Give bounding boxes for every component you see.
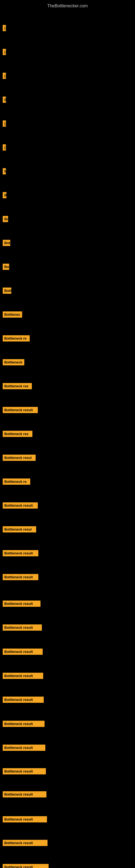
bar-row: Bottleneck <box>0 357 24 367</box>
bar-row: Bottleneck result <box>0 743 45 752</box>
bar-label: Bottleneck result <box>3 840 48 846</box>
bar-label: Bottleneck result <box>3 864 49 868</box>
bar-row: Bottleneck result <box>0 695 44 705</box>
bar-row: | <box>0 47 6 57</box>
bar-row: Bottleneck result <box>0 622 42 632</box>
bar-row: E <box>0 95 6 104</box>
bar-row: Bottleneck resul <box>0 453 36 463</box>
bar-label: Bottleneck result <box>3 816 47 823</box>
bar-row: Bottleneck result <box>0 766 46 776</box>
bar-label: Bottleneck result <box>3 649 43 655</box>
bar-row: | <box>0 143 6 152</box>
bar-label: Bottleneck result <box>3 791 46 798</box>
bar-row: Bottleneck res <box>0 381 32 391</box>
bar-label: Bottleneck result <box>3 696 44 703</box>
bar-row: Bottleneck result <box>0 548 38 558</box>
bar-label: E <box>3 168 6 175</box>
bar-row: Bo <box>0 214 8 224</box>
bar-row: Bottleneck result <box>0 671 43 681</box>
bar-label: Bottleneck re <box>3 335 30 341</box>
bar-row: B <box>0 190 6 200</box>
bar-label: Bo <box>3 216 8 222</box>
bar-row: Bottleneck result <box>0 838 48 848</box>
bar-row: Bo <box>0 262 9 272</box>
bar-row: | <box>0 119 6 128</box>
bar-label: Bo <box>3 264 9 270</box>
bar-label: Bottleneck result <box>3 407 38 413</box>
bar-row: | <box>0 71 6 81</box>
bar-label: Bottleneck resul <box>3 455 36 461</box>
bar-row: Bottleneck result <box>0 862 49 868</box>
bar-row: Bottleneck result <box>0 572 38 582</box>
bar-row: Bottleneck result <box>0 789 46 799</box>
bar-row: E <box>0 166 6 176</box>
bar-row: Bottleneck re <box>0 333 30 343</box>
bar-label: | <box>3 49 6 55</box>
bar-label: Bottleneck result <box>3 673 43 679</box>
bar-label: Bottleneck <box>3 359 24 365</box>
bar-label: Bottleneck result <box>3 624 42 631</box>
bar-label: | <box>3 73 6 79</box>
bar-label: | <box>3 144 6 151</box>
bar-row: Bottleneck result <box>0 599 41 609</box>
bar-label: Bottleneck re <box>3 478 30 485</box>
bar-row: Bottleneck re <box>0 476 30 486</box>
bar-label: Bottleneck result <box>3 502 38 508</box>
bar-label: | <box>3 25 6 31</box>
bar-row: Bot <box>0 238 10 248</box>
bar-label: Bottlenec <box>3 311 22 318</box>
bar-row: Bottleneck result <box>0 719 45 728</box>
bar-label: Bottleneck result <box>3 550 38 556</box>
bar-label: | <box>3 120 6 127</box>
bar-label: Bottleneck resul <box>3 526 36 532</box>
bar-label: Bottleneck result <box>3 574 38 580</box>
bar-label: Bottleneck res <box>3 431 32 437</box>
bar-label: Bottleneck result <box>3 600 41 607</box>
bar-row: Bottleneck result <box>0 405 38 415</box>
bar-row: Bott <box>0 286 11 296</box>
bar-row: Bottlenec <box>0 310 22 319</box>
bar-label: Bottleneck result <box>3 745 45 751</box>
bar-label: B <box>3 192 6 198</box>
bar-label: Bott <box>3 287 11 294</box>
bar-label: E <box>3 97 6 103</box>
bar-label: Bottleneck res <box>3 383 32 389</box>
bar-label: Bottleneck result <box>3 768 46 774</box>
bar-label: Bottleneck result <box>3 721 45 727</box>
bar-row: Bottleneck result <box>0 647 43 656</box>
site-title: TheBottlenecker.com <box>0 1 135 10</box>
bar-row: | <box>0 23 6 33</box>
bar-row: Bottleneck result <box>0 814 47 824</box>
bar-row: Bottleneck res <box>0 429 32 439</box>
bar-label: Bot <box>3 240 10 246</box>
bar-row: Bottleneck resul <box>0 524 36 534</box>
bar-row: Bottleneck result <box>0 500 38 510</box>
